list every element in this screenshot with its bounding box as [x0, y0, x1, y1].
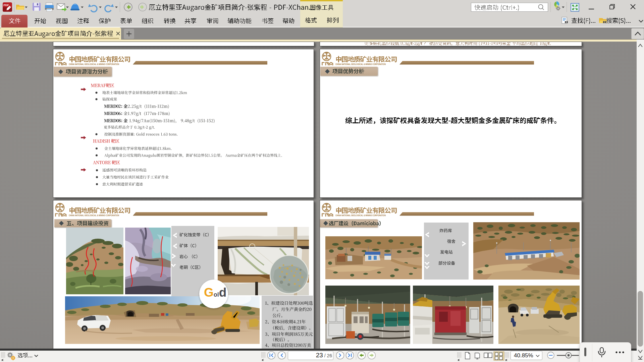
svg-text:CHINA NATIONAL GEOLOGICAL & MI: CHINA NATIONAL GEOLOGICAL & MINING CORPO…	[335, 63, 386, 66]
svg-text:CHINA NATIONAL GEOLOGICAL & MI: CHINA NATIONAL GEOLOGICAL & MINING CORPO…	[69, 214, 119, 217]
svg-text:PDF: PDF	[4, 4, 9, 7]
svg-text:CHINA NATIONAL GEOLOGICAL & MI: CHINA NATIONAL GEOLOGICAL & MINING CORPO…	[69, 63, 119, 66]
svg-text:CHINA NATIONAL GEOLOGICAL & MI: CHINA NATIONAL GEOLOGICAL & MINING CORPO…	[335, 214, 386, 217]
